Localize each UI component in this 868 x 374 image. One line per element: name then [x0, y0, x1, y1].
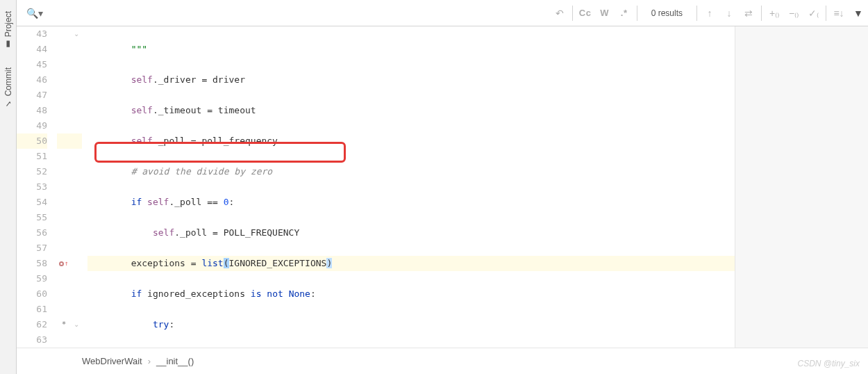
results-count: 0 results [640, 8, 694, 18]
add-selection-icon[interactable]: +₍₎ [765, 0, 784, 26]
filter-icon[interactable]: ▼ [849, 0, 868, 26]
chevron-right-icon: › [148, 356, 151, 366]
fold-handle-icon[interactable]: ⌄ [71, 26, 82, 42]
commit-icon: ✓ [3, 99, 13, 109]
fold-column: ⌄⌄ [71, 26, 82, 348]
breadcrumb-method[interactable]: __init__() [156, 356, 194, 366]
find-toolbar: 🔍▾ ↶ Cc W .* 0 results ↑ ↓ ⇄ +₍₎ −₍₎ ✓₍ … [17, 0, 868, 26]
watermark: CSDN @tiny_six [797, 359, 860, 368]
bookmark-icon: * [57, 317, 71, 332]
toolbar-right: ↶ Cc W .* 0 results ↑ ↓ ⇄ +₍₎ −₍₎ ✓₍ ≡↓ … [550, 0, 868, 26]
line-number-gutter: 4344454647484950515253545556575859606162… [17, 26, 57, 348]
breadcrumb-bar: WebDriverWait › __init__() [17, 348, 868, 374]
search-area: 🔍▾ [17, 0, 550, 26]
select-all-icon[interactable]: ⇄ [739, 0, 758, 26]
rail-label: Commit [3, 67, 13, 96]
settings-icon[interactable]: ≡↓ [829, 0, 849, 26]
rail-tab-project[interactable]: ▮Project [3, 6, 13, 55]
separator [826, 6, 826, 21]
match-case-button[interactable]: Cc [576, 0, 595, 26]
folder-icon: ▮ [3, 40, 13, 49]
fold-handle-icon[interactable]: ⌄ [71, 317, 82, 332]
left-tool-rail: ▮Project ✓Commit [0, 0, 17, 374]
breadcrumb-class[interactable]: WebDriverWait [82, 356, 142, 366]
separator [761, 6, 762, 21]
gutter-marks: ↑* [57, 26, 71, 348]
undo-icon[interactable]: ↶ [550, 0, 569, 26]
search-icon[interactable]: 🔍▾ [24, 8, 46, 19]
separator [637, 6, 637, 21]
code-area[interactable]: """ self._driver = driver self._timeout … [82, 26, 735, 348]
regex-button[interactable]: .* [615, 0, 634, 26]
prev-match-icon[interactable]: ↑ [700, 0, 719, 26]
select-occurrences-icon[interactable]: ✓₍ [803, 0, 823, 26]
rail-label: Project [3, 11, 13, 37]
code-editor[interactable]: 4344454647484950515253545556575859606162… [17, 26, 735, 348]
next-match-icon[interactable]: ↓ [719, 0, 739, 26]
right-margin-panel [735, 26, 868, 348]
rail-tab-commit[interactable]: ✓Commit [3, 62, 13, 114]
override-marker-icon[interactable]: ↑ [57, 256, 71, 271]
search-input[interactable] [46, 8, 254, 18]
remove-selection-icon[interactable]: −₍₎ [784, 0, 803, 26]
words-button[interactable]: W [595, 0, 615, 26]
separator [572, 6, 573, 21]
separator [696, 6, 697, 21]
